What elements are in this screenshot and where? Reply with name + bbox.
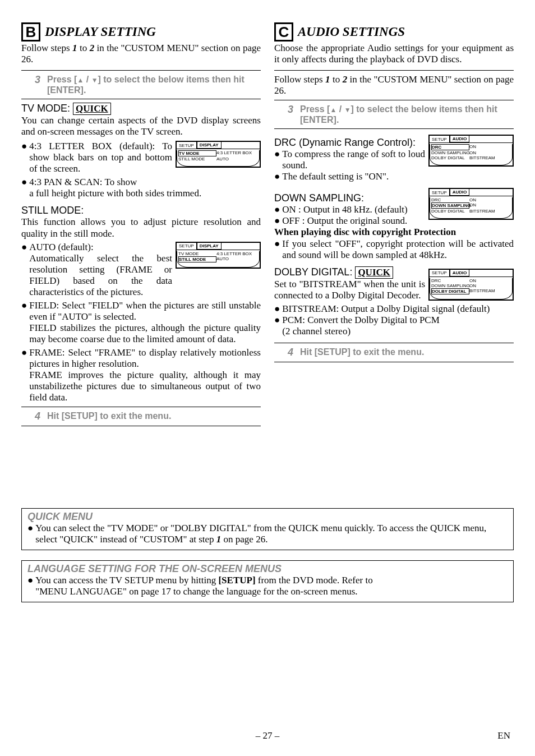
divider <box>21 426 261 426</box>
step-text: Hit [SETUP] to exit the menu. <box>300 347 424 358</box>
t: PCM: Convert the Dolby Digital to PCM(2 … <box>282 315 514 337</box>
t: AUTO (default): Automatically select the… <box>29 242 172 298</box>
osd-cell: ON <box>469 150 476 155</box>
down-subhead: When playing disc with copyright Protect… <box>274 227 514 238</box>
bullet-icon: ● <box>21 347 29 403</box>
osd-cell: 4:3 LETTER BOX <box>216 150 252 156</box>
osd-tab-selected: DISPLAY <box>197 142 222 149</box>
quick-badge: QUICK <box>355 266 393 279</box>
osd-audio-dolby: SETUP AUDIO DRCON DOWN SAMPLINGON DOLBY … <box>428 269 514 301</box>
drc-row: DRC (Dynamic Range Control): ●To compres… <box>274 132 514 171</box>
step-4-right: 4 Hit [SETUP] to exit the menu. <box>274 347 514 358</box>
osd-cell: STILL MODE <box>178 156 216 162</box>
step-num: 4 <box>35 411 40 422</box>
osd-display-stillmode: SETUP DISPLAY TV MODE4:3 LETTER BOX STIL… <box>176 242 261 269</box>
osd-cell: ON <box>469 278 476 283</box>
bullet-icon: ● <box>21 177 29 199</box>
osd-cell: AUTO <box>216 156 229 162</box>
step-text: Hit [SETUP] to exit the menu. <box>47 411 171 422</box>
osd-tab: SETUP <box>177 142 197 149</box>
dolby-label: DOLBY DIGITAL: <box>274 266 355 278</box>
t: BITSTREAM: Output a Dolby Digital signal… <box>282 303 514 315</box>
t: / <box>84 75 91 84</box>
osd-cell: DOWN SAMPLING <box>431 202 469 209</box>
right-intro: Choose the appropriate Audio settings fo… <box>274 43 514 66</box>
dolby-row: DOLBY DIGITAL: QUICK Set to "BITSTREAM" … <box>274 266 514 301</box>
still-bullet-3: ● FRAME: Select "FRAME" to display relat… <box>21 347 261 403</box>
tv-mode-body: You can change certain aspects of the DV… <box>21 115 261 137</box>
page-lang: EN <box>497 730 510 741</box>
divider <box>274 362 514 362</box>
osd-cell: DRC <box>431 197 469 202</box>
osd-cell: DRC <box>431 278 469 283</box>
t: You can access the TV SETUP menu by hitt… <box>35 575 218 586</box>
t: Press [ <box>47 75 77 84</box>
t: FRAME improves the picture quality, alth… <box>29 370 261 403</box>
osd-tab-selected: DISPLAY <box>197 243 222 250</box>
t: 4:3 PAN & SCAN: To show a full height pi… <box>29 177 261 199</box>
step-num: 4 <box>288 347 293 358</box>
t: Follow steps <box>274 74 325 85</box>
down-icon <box>91 75 98 84</box>
quick-badge: QUICK <box>73 103 111 115</box>
language-setting-box: LANGUAGE SETTING FOR THE ON-SCREEN MENUS… <box>21 560 514 602</box>
t: FIELD: Select "FIELD" when the pictures … <box>29 300 261 345</box>
down-text: DOWN SAMPLING: ●ON : Output in 48 kHz. (… <box>274 188 425 227</box>
down-icon <box>344 104 351 114</box>
left-intro: Follow steps 1 to 2 in the "CUSTOM MENU"… <box>21 43 261 66</box>
step-text: Press [ / ] to select the below items th… <box>300 104 514 125</box>
quick-menu-body: ● You can select the "TV MODE" or "DOLBY… <box>27 523 508 545</box>
osd-tab: SETUP <box>177 243 197 250</box>
osd-tab-selected: AUDIO <box>450 189 470 196</box>
t: The default setting is "ON". <box>282 171 514 182</box>
osd-cell: DOWN SAMPLING <box>431 150 469 155</box>
osd-cell: 4:3 LETTER BOX <box>216 251 252 256</box>
section-c-header: C AUDIO SETTINGS <box>274 22 514 42</box>
language-setting-title: LANGUAGE SETTING FOR THE ON-SCREEN MENUS <box>27 563 508 575</box>
osd-tab-selected: AUDIO <box>450 270 470 276</box>
bullet-icon: ● <box>21 242 29 298</box>
t: 2 <box>90 43 95 53</box>
bullet-icon: ● <box>274 215 282 227</box>
osd-cell: DOLBY DIGITAL <box>431 155 469 160</box>
divider <box>274 128 514 129</box>
osd-cell: ON <box>469 202 476 209</box>
osd-display-tvmode: SETUP DISPLAY TV MODE4:3 LETTER BOX STIL… <box>176 141 261 168</box>
dolby-body: Set to "BITSTREAM" when the unit is conn… <box>274 279 425 301</box>
section-title-audio: AUDIO SETTINGS <box>298 25 405 39</box>
bullet-icon: ● <box>274 171 282 182</box>
step-3: 3 Press [ / ] to select the below items … <box>21 74 261 95</box>
step-3-right: 3 Press [ / ] to select the below items … <box>274 104 514 125</box>
t: AUTO (default): <box>29 242 93 252</box>
dolby-text: DOLBY DIGITAL: QUICK Set to "BITSTREAM" … <box>274 266 425 301</box>
osd-cell: DRC <box>431 144 469 150</box>
osd-tab: SETUP <box>430 270 450 276</box>
osd-cell: TV MODE <box>178 150 216 156</box>
t: FRAME: Select "FRAME" to display relativ… <box>29 347 261 369</box>
t: Automatically select the best resolution… <box>29 253 172 297</box>
drc-bullet-2: ●The default setting is "ON". <box>274 171 514 182</box>
t: OFF : Output the original sound. <box>282 215 425 227</box>
osd-tab: SETUP <box>430 136 450 142</box>
osd-cell: DOLBY DIGITAL <box>431 209 469 214</box>
section-letter-b: B <box>21 22 40 42</box>
osd-cell: DOLBY DIGITAL <box>431 288 469 294</box>
t: To compress the range of soft to loud so… <box>282 149 425 171</box>
bullet-icon: ● <box>274 238 282 261</box>
divider <box>21 407 261 407</box>
t: FRAME: Select "FRAME" to display relativ… <box>29 347 261 403</box>
up-icon <box>330 104 336 114</box>
down-row: DOWN SAMPLING: ●ON : Output in 48 kHz. (… <box>274 188 514 227</box>
osd-audio-down: SETUP AUDIO DRCON DOWN SAMPLINGON DOLBY … <box>428 188 514 220</box>
t: [SETUP] <box>218 575 255 586</box>
step-num: 3 <box>288 104 293 125</box>
tv-bullet-1: ●4:3 LETTER BOX (default): To show black… <box>21 141 172 174</box>
drc-text: DRC (Dynamic Range Control): ●To compres… <box>274 132 425 171</box>
quick-menu-title: QUICK MENU <box>27 511 508 523</box>
step-text: Press [ / ] to select the below items th… <box>47 74 261 95</box>
bullet-icon: ● <box>274 303 282 315</box>
t: from the DVD mode. Refer to <box>256 575 373 586</box>
t: to <box>77 43 90 53</box>
t: 2 <box>343 74 348 85</box>
down-label: DOWN SAMPLING: <box>274 192 425 204</box>
